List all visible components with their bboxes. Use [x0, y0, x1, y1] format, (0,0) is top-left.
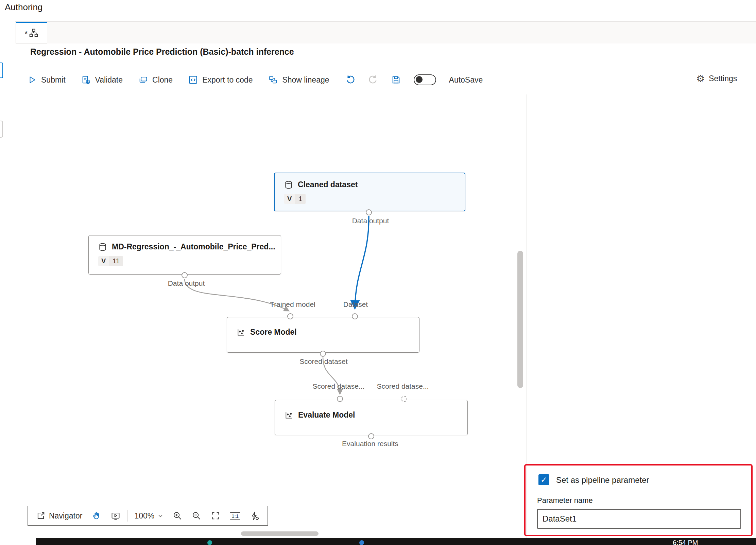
save-icon[interactable] — [391, 75, 401, 85]
export-label: Export to code — [202, 75, 253, 85]
node-title: Evaluate Model — [298, 410, 355, 420]
toggle-knob — [416, 76, 423, 83]
model-icon — [285, 411, 293, 420]
export-to-code-button[interactable]: Export to code — [188, 75, 253, 85]
taskbar-app-icon[interactable] — [359, 540, 364, 545]
clone-button[interactable]: Clone — [138, 75, 173, 85]
validate-label: Validate — [95, 75, 123, 85]
port-label-dataset: Dataset — [343, 300, 368, 309]
port-label-scored-dataset-truncated: Scored datase... — [377, 382, 429, 390]
navigator-label: Navigator — [49, 511, 82, 521]
quick-settings-button[interactable] — [245, 506, 264, 525]
tab-strip — [15, 22, 756, 43]
dataset-icon — [284, 180, 293, 189]
app-root: Authoring * Regression - Automobile Pric… — [0, 0, 756, 545]
fit-to-screen-button[interactable] — [206, 506, 225, 525]
tab-pipeline[interactable]: * — [16, 22, 47, 43]
lightning-settings-icon — [250, 511, 259, 521]
port-trained-model-input[interactable] — [287, 313, 293, 319]
pipeline-title: Regression - Automobile Price Prediction… — [30, 47, 294, 57]
lineage-icon — [268, 75, 278, 85]
autosave-toggle[interactable] — [414, 74, 436, 85]
check-icon: ✓ — [540, 475, 547, 485]
play-icon — [28, 75, 37, 84]
submit-button[interactable]: Submit — [28, 75, 66, 85]
model-icon — [237, 328, 245, 337]
clock: 6:54 PM — [673, 539, 698, 545]
parameter-name-input[interactable] — [537, 509, 741, 529]
toolbar: Submit Validate Clone Export to code — [28, 70, 483, 90]
canvas-controls: Navigator 100% — [28, 506, 268, 526]
version-badge: V1 — [284, 194, 306, 204]
autosave-label: AutoSave — [449, 75, 483, 85]
page-title: Authoring — [5, 2, 42, 13]
port-label-scored-dataset: Scored dataset — [299, 357, 347, 366]
show-lineage-label: Show lineage — [282, 75, 329, 85]
canvas-vertical-scrollbar[interactable] — [517, 251, 523, 388]
taskbar: 6:54 PM — [36, 538, 756, 545]
port-md-output[interactable] — [182, 272, 188, 278]
fit-screen-icon — [211, 511, 220, 521]
validate-icon — [81, 75, 91, 85]
node-score-model[interactable]: Score Model — [227, 317, 419, 353]
submit-label: Submit — [41, 75, 66, 85]
zoom-out-button[interactable] — [187, 506, 206, 525]
pipeline-parameter-checkbox[interactable]: ✓ — [538, 474, 549, 485]
version-badge: V11 — [98, 256, 123, 266]
clone-label: Clone — [152, 75, 173, 85]
present-icon — [111, 511, 120, 521]
undo-icon[interactable] — [345, 75, 355, 85]
validate-button[interactable]: Validate — [81, 75, 123, 85]
settings-button[interactable]: ⚙ Settings — [696, 74, 737, 83]
port-evaluate-input-2[interactable] — [401, 396, 407, 402]
zoom-in-button[interactable] — [168, 506, 187, 525]
one-to-one-icon: 1:1 — [230, 512, 240, 520]
sidebar-stub-active[interactable] — [0, 63, 3, 78]
pipeline-parameter-label: Set as pipeline parameter — [556, 475, 649, 485]
port-cleaned-output[interactable] — [366, 209, 372, 215]
node-title: Cleaned dataset — [298, 180, 358, 189]
pipeline-graph-icon — [29, 28, 39, 38]
node-md-regression[interactable]: MD-Regression_-_Automobile_Price_Pred...… — [88, 235, 281, 275]
node-title: Score Model — [250, 328, 297, 337]
clone-icon — [138, 75, 148, 85]
sidebar-stub[interactable] — [0, 121, 3, 138]
hand-icon — [92, 511, 101, 521]
navigator-button[interactable]: Navigator — [31, 506, 87, 525]
zoom-out-icon — [192, 511, 201, 521]
parameter-name-label: Parameter name — [537, 496, 593, 505]
canvas-horizontal-scrollbar[interactable] — [241, 531, 319, 536]
node-title: MD-Regression_-_Automobile_Price_Pred... — [112, 242, 275, 251]
dataset-icon — [98, 243, 107, 251]
taskbar-app-icon[interactable] — [207, 540, 212, 545]
zoom-in-icon — [173, 511, 182, 521]
export-code-icon — [188, 75, 198, 85]
redo-icon[interactable] — [368, 75, 378, 85]
unsaved-marker: * — [24, 29, 28, 39]
port-label-scored-dataset-truncated: Scored datase... — [313, 382, 365, 390]
present-button[interactable] — [106, 506, 125, 525]
port-evaluate-input-1[interactable] — [337, 396, 343, 402]
port-label-data-output: Data output — [352, 217, 389, 225]
navigator-icon — [36, 511, 46, 521]
port-dataset-input[interactable] — [352, 313, 358, 319]
zoom-level-value: 100% — [134, 511, 154, 521]
chevron-down-icon — [158, 513, 163, 518]
toolbar-divider — [127, 510, 127, 522]
port-label-evaluation-results: Evaluation results — [342, 440, 398, 448]
port-evaluate-output[interactable] — [368, 433, 374, 439]
settings-label: Settings — [709, 74, 737, 83]
show-lineage-button[interactable]: Show lineage — [268, 75, 329, 85]
port-score-output[interactable] — [320, 351, 326, 357]
node-evaluate-model[interactable]: Evaluate Model — [275, 400, 468, 435]
pan-tool-button[interactable] — [87, 506, 106, 525]
actual-size-button[interactable]: 1:1 — [225, 506, 245, 525]
zoom-level-dropdown[interactable]: 100% — [130, 506, 168, 525]
port-label-data-output: Data output — [168, 279, 205, 287]
node-cleaned-dataset[interactable]: Cleaned dataset V1 — [274, 173, 465, 211]
port-label-trained-model: Trained model — [270, 300, 315, 309]
